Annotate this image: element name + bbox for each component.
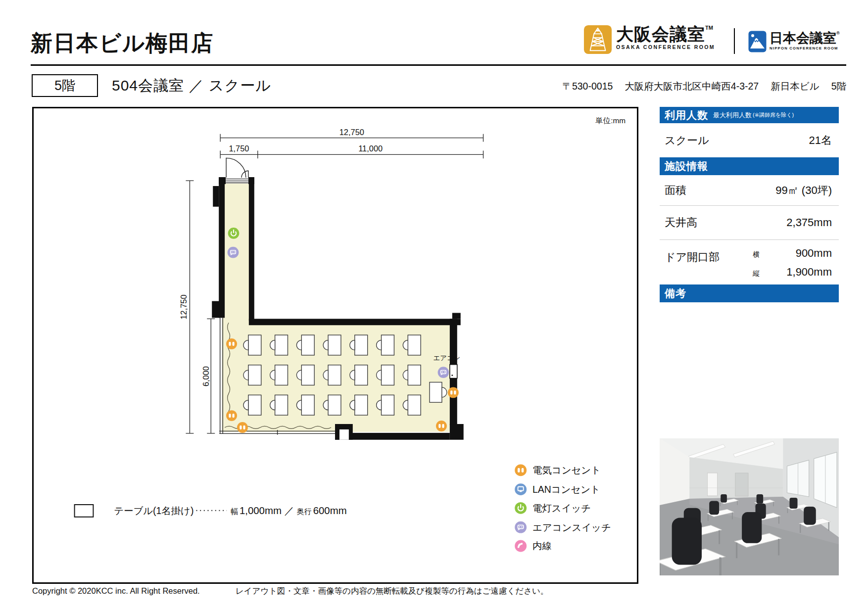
door-opening-label: ドア開口部 (665, 247, 720, 279)
osaka-conference-room-logo: 大阪会議室TM OSAKA CONFERENCE ROOM (583, 25, 715, 54)
student-desk (328, 365, 341, 385)
room-photo (660, 438, 839, 575)
postal-code: 〒530-0015 (562, 81, 613, 92)
student-desk (301, 395, 314, 415)
table-legend: テーブル(1名掛け) 幅1,000mm ／ 奥行600mm (75, 505, 347, 517)
student-desk (301, 365, 314, 385)
legend-label: エアコンスイッチ (532, 522, 611, 533)
floor-plan: 単位:mm 12,750 1,750 11,000 12,750 6,000 (32, 107, 638, 584)
facility-header: 施設情報 (660, 157, 839, 175)
page-title: 新日本ビル梅田店 (31, 29, 214, 58)
outlet-icon (237, 422, 248, 433)
student-desk (355, 335, 368, 355)
student-desk (328, 395, 341, 415)
area-row: 面積 99㎡ (30坪) (660, 175, 839, 205)
table-legend-label: テーブル(1名掛け) (114, 505, 193, 516)
floor-badge: 5階 (32, 74, 98, 97)
student-desk (275, 395, 288, 415)
outlet-icon (515, 464, 527, 476)
student-desk (355, 365, 368, 385)
student-desk (275, 335, 288, 355)
dim-total-height: 12,750 (179, 294, 188, 319)
osaka-logo-subtitle: OSAKA CONFERENCE ROOM (616, 44, 715, 50)
outlet-icon (436, 421, 447, 431)
capacity-label: スクール (665, 133, 709, 148)
info-sidebar: 利用人数 最大利用人数 (※講師席を除く) スクール 21名 施設情報 面積 9… (660, 107, 839, 302)
nippon-logo-name: 日本会議室 (770, 31, 836, 46)
student-desk (382, 395, 394, 415)
aircon-switch-icon (228, 247, 239, 258)
student-desk (248, 395, 261, 415)
tm-mark: TM (705, 25, 713, 31)
dim-main-width: 11,000 (358, 144, 383, 153)
nippon-conference-room-logo: 日本会議室® NIPPON CONFERENCE ROOM (748, 31, 840, 52)
copyright: Copyright © 2020KCC inc. All Right Reser… (32, 586, 200, 595)
facility-header-title: 施設情報 (665, 159, 708, 173)
door-height-key: 縦 (753, 269, 760, 278)
footer: Copyright © 2020KCC inc. All Right Reser… (32, 586, 548, 597)
door (226, 158, 248, 184)
street-address: 大阪府大阪市北区中崎西4-3-27 (625, 81, 759, 92)
dim-total-width: 12,750 (339, 128, 364, 137)
building-floor: 5階 (831, 81, 846, 92)
capacity-header-title: 利用人数 (665, 108, 708, 122)
light-switch-icon (228, 228, 240, 239)
dim-line-split-width (220, 150, 483, 158)
unit-note: 単位:mm (595, 116, 626, 125)
width-label: 幅 (231, 508, 238, 516)
capacity-header-note: 最大利用人数 (713, 111, 752, 120)
building-name: 新日本ビル (771, 81, 819, 92)
capacity-value: 21名 (809, 133, 832, 148)
student-desk (328, 335, 341, 355)
area-label: 面積 (665, 183, 686, 198)
student-desk (408, 395, 421, 415)
svg-text:幅1,000mm ／ 奥行600mm: 幅1,000mm ／ 奥行600mm (231, 505, 347, 516)
notes-header: 備考 (660, 284, 839, 302)
aircon-label: エアコン (433, 354, 460, 362)
address: 〒530-0015大阪府大阪市北区中崎西4-3-27新日本ビル5階 (562, 80, 846, 93)
lan-icon (515, 483, 527, 495)
aircon-switch-icon (438, 367, 449, 378)
depth-label: 奥行 (297, 508, 312, 516)
separator: ／ (282, 505, 297, 516)
capacity-row: スクール 21名 (660, 123, 839, 157)
reg-mark: ® (836, 31, 840, 36)
student-desk (301, 335, 314, 355)
nippon-logo-subtitle: NIPPON CONFERENCE ROOM (770, 46, 840, 50)
student-desk (408, 335, 421, 355)
door-opening-row: ドア開口部 横 900mm 縦 1,900mm (660, 240, 839, 284)
ceiling-height-value: 2,375mm (786, 216, 832, 229)
legend-label: 内線 (532, 540, 552, 551)
student-desk (275, 365, 288, 385)
phone-icon (515, 540, 527, 552)
tower-icon (583, 25, 612, 54)
outlet-icon (448, 387, 459, 398)
outlet-icon (226, 410, 237, 421)
room-title: 504会議室 ／ スクール (112, 76, 271, 96)
door-height-value: 1,900mm (786, 266, 832, 279)
width-value: 1,000mm (240, 505, 282, 516)
legend-label: 電気コンセント (532, 465, 601, 475)
area-value: 99㎡ (30坪) (775, 183, 832, 198)
legend-label: 電灯スイッチ (532, 503, 591, 514)
notes-header-title: 備考 (665, 286, 686, 300)
student-desk (408, 365, 421, 385)
student-desk (248, 365, 261, 385)
legend-label: LANコンセント (532, 484, 600, 495)
dim-entry-width: 1,750 (229, 144, 249, 153)
capacity-header: 利用人数 最大利用人数 (※講師席を除く) (660, 107, 839, 123)
student-desk (248, 335, 261, 355)
fuji-icon (748, 31, 767, 52)
ceiling-height-label: 天井高 (665, 215, 697, 230)
aircon-switch-icon (515, 521, 527, 533)
copyright-notice: レイアウト図・文章・画像等の内容の無断転載及び複製等の行為はご遠慮ください。 (236, 586, 549, 595)
depth-value: 600mm (313, 505, 347, 516)
capacity-header-note2: (※講師席を除く) (753, 111, 794, 119)
outlet-icon (226, 338, 237, 349)
door-width-key: 横 (753, 250, 760, 259)
logo-divider (734, 28, 735, 54)
door-width-value: 900mm (796, 247, 832, 260)
ceiling-height-row: 天井高 2,375mm (660, 206, 839, 239)
student-desk (382, 335, 394, 355)
osaka-logo-name: 大阪会議室 (616, 24, 705, 44)
